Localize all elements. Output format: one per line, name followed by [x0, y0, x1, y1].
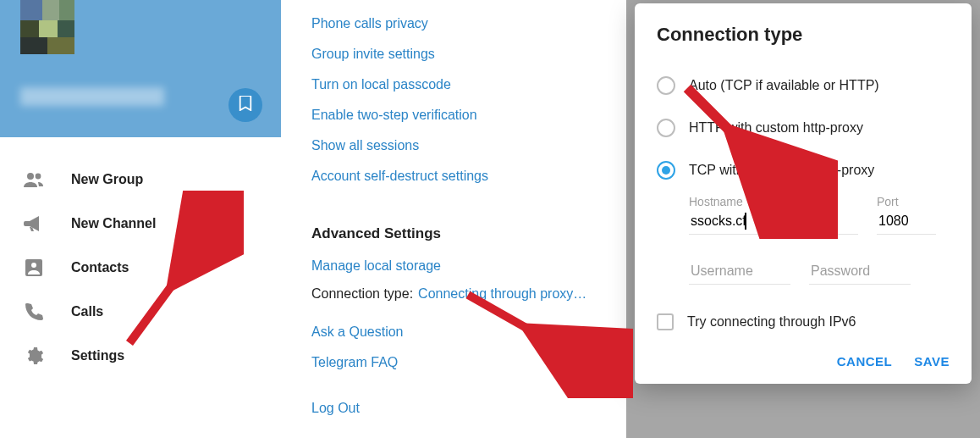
sidebar-item-label: Contacts: [71, 260, 129, 275]
radio-label: TCP with custom socks5-proxy: [689, 163, 874, 178]
link-telegram-faq[interactable]: Telegram FAQ: [311, 347, 633, 378]
radio-label: HTTP with custom http-proxy: [689, 120, 863, 136]
port-label: Port: [877, 195, 936, 208]
hostname-input[interactable]: [689, 210, 858, 235]
cancel-button[interactable]: CANCEL: [837, 354, 893, 369]
dialog-title: Connection type: [657, 24, 950, 46]
save-button[interactable]: SAVE: [914, 354, 950, 369]
sidebar-item-calls[interactable]: Calls: [0, 290, 281, 334]
connection-type-dialog: Connection type Auto (TCP if available o…: [635, 3, 972, 384]
sidebar-item-label: Settings: [71, 348, 124, 363]
ipv6-checkbox-row[interactable]: Try connecting through IPv6: [657, 313, 950, 330]
profile-name-blurred: [20, 87, 164, 106]
settings-panel: Phone calls privacy Group invite setting…: [311, 8, 633, 424]
sidebar-item-settings[interactable]: Settings: [0, 334, 281, 378]
hostname-field: Hostname: [689, 195, 858, 235]
link-show-sessions[interactable]: Show all sessions: [311, 130, 633, 161]
phone-icon: [22, 300, 46, 324]
sidebar-menu: New Group New Channel Contacts Calls Set…: [0, 137, 281, 378]
link-phone-calls-privacy[interactable]: Phone calls privacy: [311, 8, 633, 39]
radio-label: Auto (TCP if available or HTTP): [689, 78, 879, 93]
link-group-invite-settings[interactable]: Group invite settings: [311, 39, 633, 69]
link-two-step-verification[interactable]: Enable two-step verification: [311, 100, 633, 130]
link-local-passcode[interactable]: Turn on local passcode: [311, 69, 633, 100]
avatar: [20, 0, 74, 54]
port-field: Port: [877, 195, 936, 235]
sidebar-item-label: New Group: [71, 172, 143, 187]
link-self-destruct[interactable]: Account self-destruct settings: [311, 161, 633, 191]
radio-icon-selected: [657, 161, 675, 180]
radio-option-http-proxy[interactable]: HTTP with custom http-proxy: [657, 107, 950, 149]
radio-option-auto[interactable]: Auto (TCP if available or HTTP): [657, 64, 950, 107]
saved-messages-button[interactable]: [228, 88, 262, 122]
svg-point-0: [27, 173, 34, 180]
megaphone-icon: [22, 212, 46, 236]
radio-option-socks5-proxy[interactable]: TCP with custom socks5-proxy: [657, 149, 950, 191]
svg-point-3: [31, 263, 36, 268]
radio-icon: [657, 76, 675, 95]
sidebar: New Group New Channel Contacts Calls Set…: [0, 0, 281, 438]
radio-icon: [657, 119, 675, 137]
connection-type-value[interactable]: Connecting through proxy…: [418, 286, 586, 302]
profile-header: [0, 0, 281, 137]
sidebar-item-label: New Channel: [71, 216, 156, 231]
bookmark-icon: [239, 96, 252, 114]
modal-overlay: Connection type Auto (TCP if available o…: [626, 0, 980, 438]
port-input[interactable]: [877, 210, 936, 235]
link-log-out[interactable]: Log Out: [311, 393, 633, 424]
connection-type-row: Connection type: Connecting through prox…: [311, 286, 633, 302]
person-icon: [22, 256, 46, 280]
connection-type-label: Connection type:: [311, 286, 413, 302]
checkbox-icon: [657, 313, 674, 330]
svg-point-1: [36, 174, 41, 180]
ipv6-label: Try connecting through IPv6: [687, 314, 856, 330]
password-input[interactable]: [809, 260, 911, 285]
link-ask-question[interactable]: Ask a Question: [311, 317, 633, 347]
sidebar-item-label: Calls: [71, 304, 103, 319]
hostname-label: Hostname: [689, 195, 858, 208]
sidebar-item-new-group[interactable]: New Group: [0, 158, 281, 202]
username-input[interactable]: [689, 260, 790, 285]
text-caret: [745, 213, 746, 230]
sidebar-item-contacts[interactable]: Contacts: [0, 246, 281, 290]
advanced-settings-heading: Advanced Settings: [311, 225, 633, 242]
people-icon: [22, 168, 46, 191]
link-manage-storage[interactable]: Manage local storage: [311, 251, 633, 281]
sidebar-item-new-channel[interactable]: New Channel: [0, 202, 281, 246]
gear-icon: [22, 344, 46, 368]
